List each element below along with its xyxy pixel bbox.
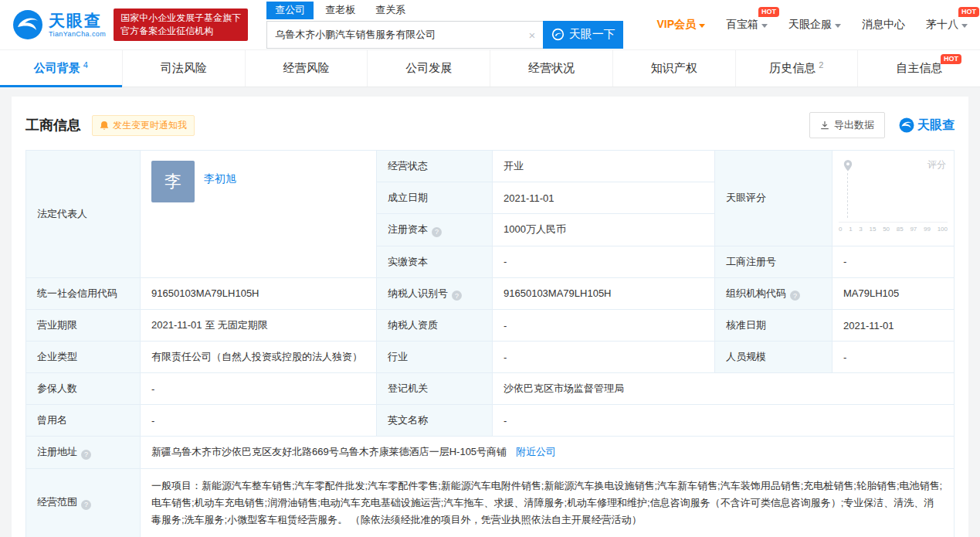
field-value-business-status: 开业 [493, 151, 715, 182]
field-value-former-name: - [141, 405, 377, 437]
field-label-business-term: 营业期限 [26, 310, 141, 342]
top-header: 天眼查 TianYanCha.com 国家中小企业发展子基金旗下 官方备案企业征… [0, 0, 980, 49]
notify-change-button[interactable]: 发生变更时通知我 [92, 115, 195, 136]
field-value-taxpayer-quality: - [493, 310, 715, 342]
field-label-industry: 行业 [377, 342, 493, 373]
table-row: 经营范围? 一般项目：新能源汽车整车销售;汽车零配件批发;汽车零配件零售;新能源… [26, 468, 955, 537]
certification-badge: 国家中小企业发展子基金旗下 官方备案企业征信机构 [114, 8, 248, 41]
field-value-industry: - [493, 342, 715, 373]
table-row: 注册地址? 新疆乌鲁木齐市沙依巴克区友好北路669号乌鲁木齐康莱德酒店一层H-1… [26, 437, 955, 469]
search-button[interactable]: 天眼一下 [543, 21, 623, 49]
axis-tick: 15 [870, 226, 877, 233]
field-label-registered-address: 注册地址? [26, 437, 141, 469]
help-icon[interactable]: ? [81, 450, 91, 460]
field-label-insured-staff: 参保人数 [26, 373, 141, 405]
tab-label: 公司发展 [405, 61, 452, 76]
section-title: 工商信息 [25, 116, 81, 134]
field-label-registration-no: 工商注册号 [715, 246, 832, 277]
field-value-business-term: 2021-11-01 至 无固定期限 [141, 310, 377, 342]
table-row: 营业期限 2021-11-01 至 无固定期限 纳税人资质 - 核准日期 202… [26, 310, 955, 342]
field-label-registered-capital: 注册资本? [377, 214, 493, 246]
help-icon[interactable]: ? [452, 291, 462, 301]
message-center-label: 消息中心 [862, 18, 905, 32]
tab-label: 司法风险 [161, 61, 207, 76]
field-label-english-name: 英文名称 [377, 405, 493, 437]
field-label-former-name: 曾用名 [26, 405, 141, 437]
legal-rep-avatar[interactable]: 李 [151, 161, 195, 202]
clear-search-icon[interactable]: × [528, 28, 535, 41]
axis-tick: 85 [897, 226, 904, 233]
logo-domain-text: TianYanCha.com [49, 30, 106, 38]
chevron-down-icon [761, 24, 768, 28]
tab-count: 2 [819, 60, 823, 70]
cert-badge-line1: 国家中小企业发展子基金旗下 [120, 12, 241, 25]
notify-change-label: 发生变更时通知我 [113, 119, 187, 132]
search-input[interactable] [266, 21, 543, 49]
enterprise-service-label: 天眼企服 [788, 18, 832, 32]
help-icon[interactable]: ? [790, 291, 800, 301]
tab-company-background[interactable]: 公司背景 4 [0, 50, 122, 87]
download-icon [820, 121, 829, 130]
legal-rep-name-link[interactable]: 李初旭 [204, 172, 236, 186]
tab-label: 经营风险 [283, 61, 329, 76]
search-tab-boss[interactable]: 查老板 [317, 2, 364, 19]
field-value-staff-size: - [832, 342, 955, 373]
tab-judicial-risk[interactable]: 司法风险 [122, 50, 245, 87]
tab-count: 4 [83, 60, 88, 70]
toolbox-label: 百宝箱 [726, 18, 758, 32]
business-info-table: 法定代表人 李 李初旭 经营状态 开业 天眼评分 评分 [25, 150, 955, 537]
tianyancha-watermark: 天眼查 [899, 117, 955, 134]
tab-operating-status[interactable]: 经营状况 [490, 50, 612, 87]
enterprise-service-link[interactable]: 天眼企服 [788, 18, 841, 32]
user-menu[interactable]: HOT 茅十八 [926, 18, 968, 32]
tab-label: 知识产权 [651, 61, 697, 76]
table-row: 参保人数 - 登记机关 沙依巴克区市场监督管理局 [26, 373, 955, 405]
help-icon[interactable]: ? [81, 500, 91, 510]
tianyancha-logo[interactable]: 天眼查 TianYanCha.com [12, 9, 106, 40]
toolbox-link[interactable]: HOT 百宝箱 [726, 18, 768, 32]
field-value-approved-date: 2021-11-01 [832, 310, 955, 342]
field-value-registration-authority: 沙依巴克区市场监督管理局 [493, 373, 955, 405]
tab-intellectual-property[interactable]: 知识产权 [612, 50, 735, 87]
score-dashed-line [847, 173, 848, 218]
field-label-tianyan-score: 天眼评分 [715, 151, 832, 246]
chevron-down-icon [835, 24, 841, 28]
business-info-header: 工商信息 发生变更时通知我 导出数据 [25, 112, 955, 138]
table-row: 曾用名 - 英文名称 - [26, 405, 955, 437]
field-label-taxpayer-id: 纳税人识别号? [377, 277, 493, 310]
score-pin-icon [843, 160, 853, 172]
field-label-text: 注册资本 [388, 223, 428, 235]
tianyancha-watermark-icon [899, 117, 914, 133]
field-label-paid-in-capital: 实缴资本 [377, 246, 493, 277]
vip-member-link[interactable]: VIP会员 [656, 18, 705, 32]
field-label-approved-date: 核准日期 [715, 310, 832, 342]
tianyancha-logo-icon [12, 9, 43, 40]
help-icon[interactable]: ? [432, 227, 442, 237]
search-tab-company[interactable]: 查公司 [266, 2, 314, 19]
field-value-org-code: MA79LH105 [832, 277, 955, 310]
tab-operating-risk[interactable]: 经营风险 [245, 50, 368, 87]
field-value-registered-capital: 1000万人民币 [493, 214, 715, 246]
tab-history-info[interactable]: 历史信息 2 [735, 50, 858, 87]
table-row: 法定代表人 李 李初旭 经营状态 开业 天眼评分 评分 [26, 151, 955, 182]
tab-label: 公司背景 [34, 61, 80, 76]
axis-tick: 0 [839, 226, 842, 233]
tianyancha-watermark-label: 天眼查 [917, 117, 955, 134]
field-label-text: 注册地址 [37, 446, 77, 457]
export-data-button[interactable]: 导出数据 [809, 112, 885, 138]
field-label-registration-authority: 登记机关 [377, 373, 493, 405]
field-value-company-type: 有限责任公司（自然人投资或控股的法人独资） [141, 342, 377, 373]
tab-self-info[interactable]: HOT 自主信息 [857, 50, 980, 87]
hot-badge: HOT [758, 7, 779, 17]
field-label-staff-size: 人员规模 [715, 342, 832, 373]
message-center-link[interactable]: 消息中心 [862, 18, 905, 32]
nearby-companies-link[interactable]: 附近公司 [516, 446, 556, 457]
field-label-company-type: 企业类型 [26, 342, 141, 373]
tianyan-score-chart[interactable]: 评分 0 1 3 15 50 [839, 155, 948, 233]
vip-member-label: VIP会员 [656, 18, 696, 32]
company-section-tabs: 公司背景 4 司法风险 经营风险 公司发展 经营状况 知识产权 历史信息 2 H… [0, 49, 980, 87]
field-value-establish-date: 2021-11-01 [493, 182, 715, 214]
tab-company-development[interactable]: 公司发展 [367, 50, 490, 87]
search-tab-relation[interactable]: 查关系 [367, 2, 414, 19]
tab-label: 历史信息 [769, 61, 816, 76]
